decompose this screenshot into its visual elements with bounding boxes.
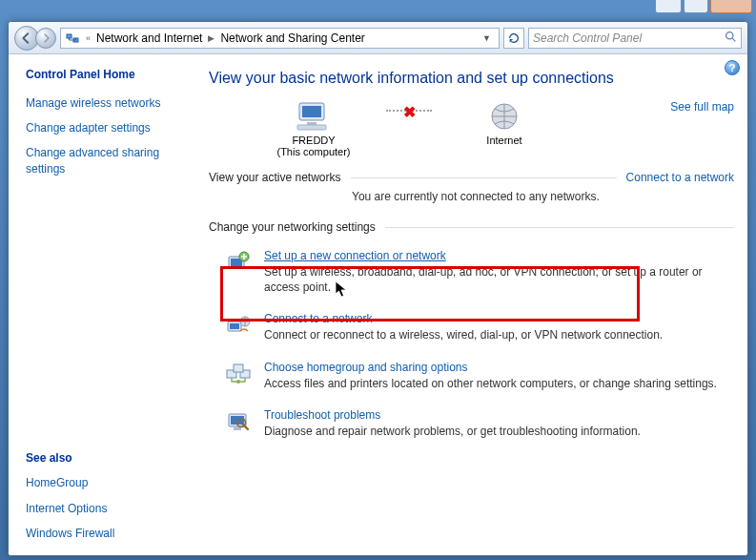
sidebar-link-homegroup[interactable]: HomeGroup [26,475,188,490]
svg-rect-7 [297,125,326,130]
setting-desc: Set up a wireless, broadband, dial-up, a… [264,264,730,295]
computer-icon [247,98,380,135]
setup-connection-icon [224,249,253,295]
chevron-right-icon: ▶ [206,33,216,43]
toolbar: « Network and Internet ▶ Network and Sha… [9,22,747,54]
breadcrumb-item[interactable]: Network and Sharing Center [220,31,364,45]
svg-point-2 [726,31,733,38]
setting-title[interactable]: Set up a new connection or network [264,249,730,262]
disconnected-icon: ✖ [403,103,416,121]
sidebar-link-wireless[interactable]: Manage wireless networks [26,95,188,111]
setting-homegroup[interactable]: Choose homegroup and sharing options Acc… [209,351,734,399]
search-input[interactable]: Search Control Panel [528,28,742,49]
map-connection-broken: ✖ [380,98,438,112]
change-settings-label: Change your networking settings [209,220,376,234]
troubleshoot-icon [224,408,253,439]
search-icon [725,31,737,46]
control-panel-window: « Network and Internet ▶ Network and Sha… [8,21,748,556]
setting-setup-connection[interactable]: Set up a new connection or network Set u… [209,239,734,302]
active-networks-status: You are currently not connected to any n… [352,190,734,203]
nav-buttons [14,26,56,51]
svg-rect-21 [234,427,241,430]
homegroup-icon [224,361,253,391]
globe-icon [438,98,571,135]
sidebar-link-internet-options[interactable]: Internet Options [26,501,188,516]
svg-rect-5 [302,106,321,117]
connect-network-icon [224,312,253,342]
sidebar-see-also-label: See also [26,451,188,465]
connect-to-network-link[interactable]: Connect to a network [626,171,734,184]
sidebar-link-adapter[interactable]: Change adapter settings [26,120,188,135]
setting-connect-network[interactable]: Connect to a network Connect or reconnec… [209,302,734,350]
map-node-computer: FREDDY (This computer) [247,98,380,157]
network-map: FREDDY (This computer) ✖ Internet [247,98,734,157]
active-networks-section: View your active networks Connect to a n… [209,171,734,184]
close-button[interactable] [710,0,752,13]
sidebar-link-firewall[interactable]: Windows Firewall [26,526,188,541]
sidebar: Control Panel Home Manage wireless netwo… [9,54,199,555]
settings-list: Set up a new connection or network Set u… [209,239,734,446]
svg-line-3 [732,38,735,41]
setting-troubleshoot[interactable]: Troubleshoot problems Diagnose and repai… [209,399,734,446]
window-controls [651,0,756,13]
computer-sub: (This computer) [247,146,380,157]
svg-rect-0 [67,34,72,38]
svg-rect-13 [230,323,239,329]
internet-label: Internet [438,135,571,146]
page-title: View your basic network information and … [209,70,734,87]
address-dropdown[interactable]: ▼ [479,33,495,43]
sidebar-home-link[interactable]: Control Panel Home [26,68,188,81]
setting-desc: Diagnose and repair network problems, or… [264,424,730,439]
search-placeholder: Search Control Panel [533,31,642,45]
sidebar-link-advanced-sharing[interactable]: Change advanced sharing settings [26,145,188,176]
setting-desc: Access files and printers located on oth… [264,376,730,391]
computer-name: FREDDY [247,135,380,146]
setting-desc: Connect or reconnect to a wireless, wire… [264,327,730,342]
minimize-button[interactable] [655,0,682,13]
svg-rect-17 [234,364,243,372]
forward-button[interactable] [35,28,56,49]
active-networks-label: View your active networks [209,171,341,184]
maximize-button[interactable] [684,0,708,13]
main-panel: ? View your basic network information an… [199,54,747,555]
help-icon[interactable]: ? [725,60,740,75]
svg-point-18 [236,380,240,384]
breadcrumb-item[interactable]: Network and Internet [96,31,202,45]
map-node-internet: Internet [438,98,571,146]
setting-title[interactable]: Troubleshoot problems [264,408,730,422]
breadcrumb-prefix: « [84,33,92,43]
setting-title[interactable]: Connect to a network [264,312,730,325]
content-area: Control Panel Home Manage wireless netwo… [9,54,747,555]
address-bar[interactable]: « Network and Internet ▶ Network and Sha… [60,28,500,49]
setting-title[interactable]: Choose homegroup and sharing options [264,361,730,374]
change-settings-section: Change your networking settings [209,220,734,234]
see-full-map-link[interactable]: See full map [670,100,734,114]
refresh-button[interactable] [503,28,524,49]
network-icon [65,31,80,46]
